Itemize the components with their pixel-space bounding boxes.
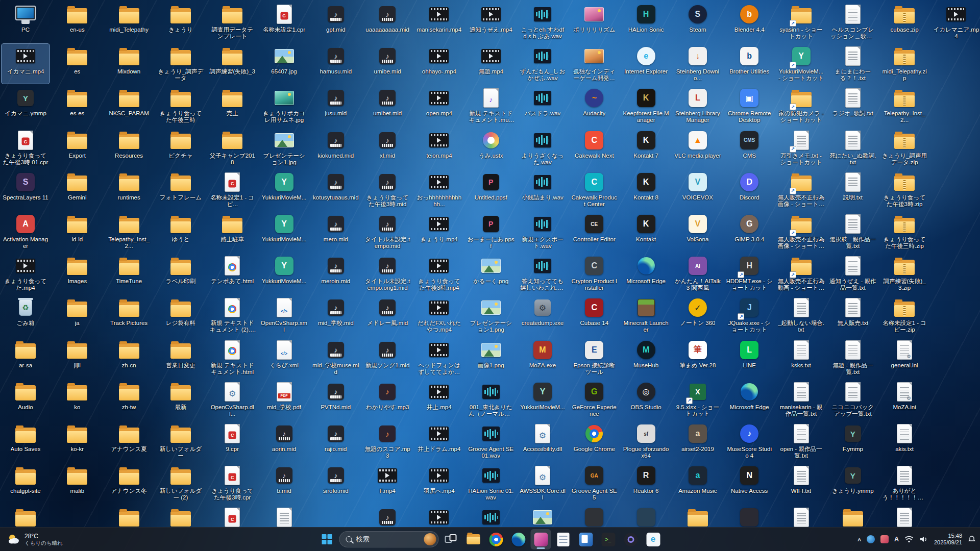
desktop-icon[interactable]: CEController Editor <box>570 212 618 252</box>
desktop-icon[interactable]: YYukkuriMovieM... <box>519 380 567 419</box>
desktop-icon[interactable]: ヘッドフォンはずしててよかった.mp4 <box>415 338 463 378</box>
desktop-icon[interactable]: 筆筆まめ Ver.28 <box>674 338 722 378</box>
desktop-icon[interactable]: ▣Chrome Remote Desktop <box>725 86 773 126</box>
desktop-icon[interactable]: アナウンス冬 <box>105 463 153 503</box>
desktop-icon[interactable]: フォトフレーム <box>157 170 205 210</box>
desktop-icon[interactable]: MMuseHub <box>622 338 670 378</box>
desktop-icon[interactable]: 孤独なインディーゲーム開発者の一生... <box>570 44 618 84</box>
desktop-icon[interactable]: ♪きょうり食ってた午後3時.mid <box>363 170 411 210</box>
desktop-icon[interactable]: きょうり食ってた午後3時.mp4 <box>415 254 463 293</box>
desktop-icon[interactable]: うみ.ustx <box>467 128 515 168</box>
desktop-icon[interactable]: きょうり.mp4 <box>415 212 463 252</box>
desktop-icon[interactable]: ずんだもん_しおかぜふ.wav <box>519 44 567 84</box>
desktop-icon[interactable]: X↗9.5.xlsx - ショートカット <box>674 380 722 419</box>
desktop-icon[interactable]: きょうり_調声用データ.zip <box>880 128 928 168</box>
desktop-icon[interactable]: Cきょうり食ってた午後3時.cpr <box>208 463 256 503</box>
desktop-icon[interactable]: 新しいフォルダー (2) <box>157 463 205 503</box>
taskbar-file-explorer[interactable] <box>463 529 484 549</box>
desktop-icon[interactable]: 選択肢 - 親作品一覧.txt <box>829 212 877 252</box>
desktop-icon[interactable]: ♪タイトル未設定.tempo.ong1.mid <box>363 254 411 293</box>
desktop-icon[interactable]: C9.cpr <box>208 421 256 461</box>
desktop-icon[interactable]: LSteinberg Library Manager <box>674 86 722 126</box>
desktop-icon[interactable]: Export <box>53 128 101 168</box>
desktop-icon[interactable]: ↓Steinberg Downlo... <box>674 44 722 84</box>
tray-app-icon-pink[interactable] <box>880 535 889 543</box>
taskbar-document-app-blue[interactable] <box>576 529 596 549</box>
taskbar-microsoft-edge[interactable] <box>508 529 529 549</box>
desktop-icon[interactable]: 無人販売.txt <box>829 295 877 335</box>
desktop-icon[interactable]: WIFI.txt <box>777 463 825 503</box>
taskbar-document-app[interactable] <box>553 529 574 549</box>
search-daily-image[interactable] <box>424 533 436 545</box>
desktop-icon[interactable]: 新規エクスポート.wav <box>519 212 567 252</box>
desktop-icon[interactable]: 名称未設定1 - コピー.zip <box>880 295 928 335</box>
desktop-icon[interactable]: 調声練習(失敗)_3.zip <box>880 254 928 293</box>
desktop-icon[interactable]: ピクチャ <box>157 128 205 168</box>
desktop-icon[interactable]: ↗無人販売不正行為画像 - ショートカット <box>777 212 825 252</box>
desktop-icon[interactable]: aairset2-2019 <box>674 421 722 461</box>
desktop-icon[interactable]: ♪PVTNd.mid <box>312 380 360 419</box>
desktop-icon[interactable]: テンポあて.html <box>208 254 256 293</box>
search-box[interactable]: 検索 <box>339 531 439 547</box>
desktop-icon[interactable]: manisekarin - 親作品一覧.txt <box>777 380 825 419</box>
desktop-icon[interactable]: こっとeh すわdf d s b ぶあ.wav <box>519 2 567 42</box>
desktop-icon[interactable]: ニコニコバックアップ一覧.txt <box>829 380 877 419</box>
desktop-icon[interactable]: </>OpenCvSharp.xml <box>260 295 308 335</box>
desktop-icon[interactable]: イカレマニア.mp4 <box>932 2 980 42</box>
desktop-icon[interactable]: CCakewalk Product Center <box>570 170 618 210</box>
desktop-icon[interactable]: id-id <box>53 212 101 252</box>
desktop-icon[interactable]: 画像1.png <box>467 338 515 378</box>
desktop-icon[interactable]: ヘルスコンプレッション＿歌詞.txt <box>829 2 877 42</box>
desktop-icon[interactable]: ar-sa <box>2 338 50 378</box>
desktop-icon[interactable]: sfPlogue sforzando x64 <box>622 421 670 461</box>
desktop-icon[interactable]: DDiscord <box>725 170 773 210</box>
desktop-icon[interactable]: Yきょうり.ymmp <box>829 463 877 503</box>
desktop-icon[interactable]: ♪新規ソング1.mid <box>363 338 411 378</box>
desktop-icon[interactable]: NKSC_PARAM <box>105 86 153 126</box>
desktop-icon[interactable]: ↗syasinn - ショートカット <box>777 2 825 42</box>
desktop-icon[interactable]: 売上 <box>208 86 256 126</box>
desktop-icon[interactable]: ♪kotusytuaaus.mid <box>312 170 360 210</box>
desktop-icon[interactable]: Gemini <box>53 170 101 210</box>
desktop-icon[interactable]: akis.txt <box>880 421 928 461</box>
desktop-icon[interactable]: AIかんたん！AITalk 3 関西風 <box>674 254 722 293</box>
desktop-icon[interactable]: YYukkuriMovieM... <box>260 254 308 293</box>
desktop-icon[interactable]: プレゼンテーション1.jpg <box>260 128 308 168</box>
desktop-icon[interactable]: 最新 <box>157 380 205 419</box>
desktop-icon[interactable]: zh-cn <box>105 338 153 378</box>
desktop-icon[interactable]: ⚙MoZA.ini <box>880 380 928 419</box>
desktop-icon[interactable]: jijii <box>53 338 101 378</box>
desktop-icon[interactable]: ♪uaaaaaaaaa.mid <box>363 2 411 42</box>
desktop-icon[interactable]: J↗JQuake.exe - ショートカット <box>725 295 773 335</box>
desktop-icon[interactable]: きょうりボカコレ用サムネ.jpg <box>260 86 308 126</box>
desktop-icon[interactable]: ♪mid_学校muse.mid <box>312 338 360 378</box>
taskbar-task-view[interactable] <box>441 529 461 549</box>
desktop-icon[interactable]: ♪rajio.mid <box>312 421 360 461</box>
desktop-icon[interactable]: zh-tw <box>105 380 153 419</box>
desktop-icon[interactable]: F.mp4 <box>363 463 411 503</box>
desktop-icon[interactable]: 新しいフォルダー <box>157 421 205 461</box>
desktop-icon[interactable]: SSpectraLayers 11 <box>2 170 50 210</box>
desktop-icon[interactable]: ko <box>53 380 101 419</box>
desktop-icon[interactable]: ⚙general.ini <box>880 338 928 378</box>
taskbar-google-chrome[interactable] <box>486 529 506 549</box>
desktop-icon[interactable]: ♻ごみ箱 <box>2 295 50 335</box>
desktop-icon[interactable]: chatgpt-site <box>2 463 50 503</box>
desktop-icon[interactable]: manisekarin.mp4 <box>415 2 463 42</box>
desktop-icon[interactable]: ♪mid_学校.mid <box>312 295 360 335</box>
desktop-icon[interactable]: ラベル印刷 <box>157 254 205 293</box>
desktop-icon[interactable]: VVoiSona <box>674 212 722 252</box>
desktop-icon[interactable]: ♪umibet.mid <box>363 86 411 126</box>
desktop-icon[interactable]: 答え知ってても嬉しいわこれ.wav <box>519 254 567 293</box>
desktop-icon[interactable]: 小銭詰まり.wav <box>519 170 567 210</box>
desktop-icon[interactable]: teion.mp4 <box>415 128 463 168</box>
desktop-icon[interactable]: ko-kr <box>53 421 101 461</box>
desktop-icon[interactable]: es-es <box>53 86 101 126</box>
desktop-icon[interactable]: Y↗YukkuriMovieM... - ショートカット <box>777 44 825 84</box>
desktop-icon[interactable]: ~Audacity <box>570 86 618 126</box>
desktop-icon[interactable]: 調査用データテンプレート <box>208 2 256 42</box>
desktop-icon[interactable]: 路上駐車 <box>208 212 256 252</box>
desktop-icon[interactable]: YYukkuriMovieM... <box>260 212 308 252</box>
desktop-icon[interactable]: PDFmid_学校.pdf <box>260 380 308 419</box>
desktop-icon[interactable]: midi_Telepathy <box>105 2 153 42</box>
